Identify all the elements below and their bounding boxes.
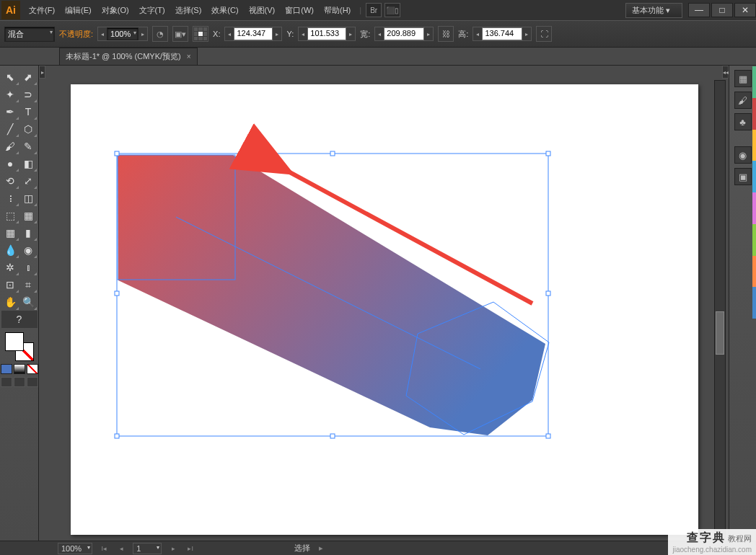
paintbrush-tool[interactable]: 🖌 [1,138,19,155]
svg-rect-6 [115,151,119,156]
color-mode-gradient[interactable] [14,364,25,374]
lasso-tool[interactable]: ⊃ [19,86,38,103]
pencil-tool[interactable]: ✎ [19,138,38,155]
prev-artboard-button[interactable]: ◂ [115,543,127,554]
line-tool[interactable]: ╱ [1,120,19,138]
fill-swatch[interactable] [5,332,24,351]
watermark: 查字典 教程网 jiaocheng.chazidian.com [668,529,756,555]
menu-file[interactable]: 文件(F) [25,2,59,19]
panel-icon-appearance[interactable]: ◉ [734,146,752,164]
panel-icon-symbols[interactable]: ♣ [734,113,752,130]
slice-tool[interactable]: ⌗ [19,276,38,293]
menu-effect[interactable]: 效果(C) [207,2,242,19]
width-tool[interactable]: ⫶ [1,190,19,207]
artwork-svg [71,84,698,535]
vertical-scrollbar[interactable] [714,80,726,538]
recolor-artwork-button[interactable]: ◔ [152,26,168,42]
width-field[interactable]: 209.889 [384,27,424,40]
draw-inside-button[interactable] [27,377,38,387]
height-field[interactable]: 136.744 [482,27,522,40]
x-field[interactable]: 124.347 [234,27,273,40]
blend-mode-select[interactable]: 混合 [4,27,55,42]
opacity-field[interactable]: 100% [107,27,139,40]
shape-builder-tool[interactable]: ⬚ [1,207,19,224]
menu-type[interactable]: 文字(T) [135,2,170,19]
gradient-tool[interactable]: ▮ [19,224,38,241]
window-close-button[interactable]: ✕ [734,3,756,17]
expand-right-panels[interactable]: ◂◂ [722,66,729,79]
panel-icon-graphic-styles[interactable]: ▣ [734,168,752,185]
rotate-tool[interactable]: ⟲ [1,172,19,190]
menu-edit[interactable]: 编辑(E) [61,2,96,19]
window-minimize-button[interactable]: — [688,3,710,17]
zoom-tool[interactable]: 🔍 [19,293,38,311]
status-bar: 100% I◂ ◂ 1 ▸ ▸I 选择 ▸ [0,541,756,555]
titlebar: Ai 文件(F) 编辑(E) 对象(O) 文字(T) 选择(S) 效果(C) 视… [0,0,756,20]
svg-rect-13 [546,434,550,438]
free-transform-tool[interactable]: ◫ [19,190,38,207]
tool-help[interactable]: ? [1,311,38,328]
status-selection-label: 选择 [294,543,310,554]
menu-view[interactable]: 视图(V) [245,2,280,19]
document-tab[interactable]: 未标题-1* @ 100% (CMYK/预览) × [59,48,198,65]
document-tab-bar: 未标题-1* @ 100% (CMYK/预览) × [0,48,756,66]
document-tab-title: 未标题-1* @ 100% (CMYK/预览) [66,51,181,62]
constrain-proportions-button[interactable]: ⛓ [438,26,454,42]
arrange-documents-button[interactable]: ⬛▯ [384,3,400,17]
selection-tool[interactable]: ⬉ [1,68,19,86]
artboard[interactable] [71,84,698,535]
zoom-field[interactable]: 100% [58,543,92,554]
menu-select[interactable]: 选择(S) [171,2,206,19]
window-maximize-button[interactable]: □ [711,3,733,17]
transform-panel-button[interactable]: ⛶ [536,26,552,42]
y-field[interactable]: 101.533 [307,27,346,40]
toolbox: ⬉⬈✦⊃✒T╱⬡🖌✎●◧⟲⤢⫶◫⬚▦▦▮💧◉✲⫾⊡⌗✋🔍 ? [0,66,39,541]
canvas-area[interactable]: ▸ ◂◂ [39,66,729,541]
rectangle-tool[interactable]: ⬡ [19,120,38,138]
blob-brush-tool[interactable]: ● [1,155,19,172]
reference-point-selector[interactable] [193,26,208,42]
menu-window[interactable]: 窗口(W) [281,2,318,19]
eraser-tool[interactable]: ◧ [19,155,38,172]
artboard-tool[interactable]: ⊡ [1,276,19,293]
draw-behind-button[interactable] [14,377,25,387]
blend-tool[interactable]: ◉ [19,241,38,259]
bridge-button[interactable]: Br [366,3,382,17]
scale-tool[interactable]: ⤢ [19,172,38,190]
panel-icon-brushes[interactable]: 🖌 [734,92,752,109]
next-artboard-button[interactable]: ▸ [167,543,179,554]
symbol-sprayer-tool[interactable]: ✲ [1,259,19,276]
pen-tool[interactable]: ✒ [1,103,19,120]
color-mode-row [0,364,39,374]
svg-rect-11 [115,434,119,438]
type-tool[interactable]: T [19,103,38,120]
first-artboard-button[interactable]: I◂ [98,543,110,554]
tab-close-icon[interactable]: × [187,53,191,61]
menu-object[interactable]: 对象(O) [97,2,133,19]
direct-selection-tool[interactable]: ⬈ [19,68,38,86]
last-artboard-button[interactable]: ▸I [185,543,196,554]
color-mode-none[interactable] [27,364,38,374]
draw-normal-button[interactable] [1,377,12,387]
hand-tool[interactable]: ✋ [1,293,19,311]
vertical-scrollbar-thumb[interactable] [716,311,724,355]
svg-rect-10 [546,291,550,296]
mesh-tool[interactable]: ▦ [1,224,19,241]
align-button[interactable]: ▣▾ [172,26,188,42]
svg-rect-12 [330,434,335,438]
svg-rect-9 [115,291,119,296]
color-mode-solid[interactable] [1,364,12,374]
screen-mode-row [1,377,38,387]
column-graph-tool[interactable]: ⫾ [19,259,38,276]
expand-left-panels[interactable]: ▸ [39,66,45,79]
artboard-number-field[interactable]: 1 [133,543,162,554]
menu-help[interactable]: 帮助(H) [320,2,355,19]
fill-stroke-control[interactable] [5,332,34,361]
perspective-grid-tool[interactable]: ▦ [19,207,38,224]
eyedropper-tool[interactable]: 💧 [1,241,19,259]
w-label: 宽: [360,29,370,40]
svg-rect-8 [546,151,550,156]
magic-wand-tool[interactable]: ✦ [1,86,19,103]
panel-icon-color[interactable]: ▦ [734,70,752,87]
workspace-switcher[interactable]: 基本功能 ▾ [625,3,682,18]
